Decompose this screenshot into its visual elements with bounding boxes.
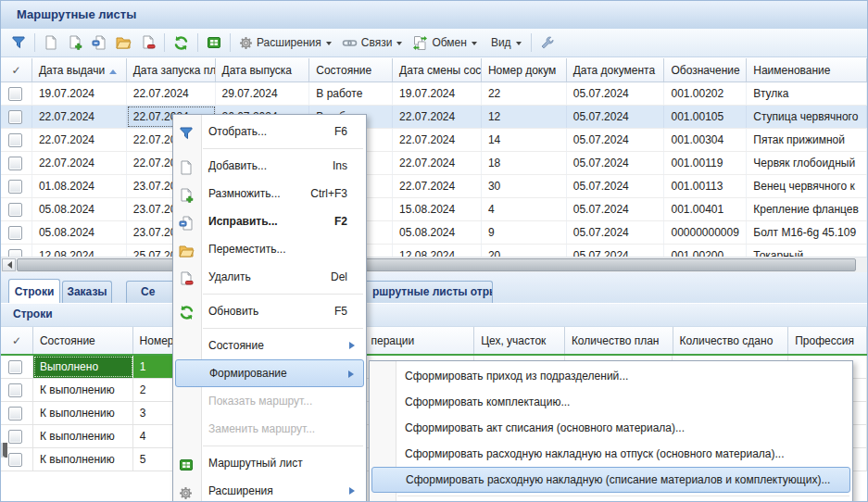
checkbox[interactable] xyxy=(8,180,22,194)
cell[interactable]: 001.00202 xyxy=(664,82,747,105)
submenu-item[interactable]: Сформировать комплектацию... xyxy=(370,389,852,415)
toolbar-button[interactable] xyxy=(112,31,135,54)
context-menu-item[interactable]: ОбновитьF5 xyxy=(173,297,366,325)
cell[interactable]: 15.08.2024 xyxy=(393,198,482,220)
cell[interactable]: Токарный xyxy=(747,245,867,257)
cell[interactable]: 22.07.2024 xyxy=(393,175,482,197)
status-cell[interactable]: К выполнению xyxy=(33,425,133,447)
column-header[interactable]: Дата документа xyxy=(567,58,665,82)
cell[interactable]: 22.07.2024 xyxy=(32,129,127,151)
toolbar-button[interactable] xyxy=(203,31,225,54)
cell[interactable]: 05.07.2024 xyxy=(567,245,665,257)
h-scrollbar[interactable] xyxy=(1,257,867,272)
cell[interactable]: 001.00200 xyxy=(664,245,747,257)
table-row[interactable]: 05.08.202423.07.202415.08.2024405.07.202… xyxy=(1,198,867,221)
cell[interactable]: Втулка xyxy=(747,82,867,105)
checkbox[interactable] xyxy=(8,203,22,217)
cell[interactable]: Крепление фланцев xyxy=(747,198,867,220)
toolbar-button-обмен[interactable]: Обмен xyxy=(409,31,482,54)
checkbox[interactable] xyxy=(8,87,22,101)
cell[interactable]: 22.07.2024 xyxy=(127,82,216,105)
cell[interactable]: 19.07.2024 xyxy=(393,82,482,105)
cell[interactable]: Венец червячного к xyxy=(747,175,867,197)
column-header[interactable]: Номер докум xyxy=(482,58,567,82)
toolbar-button[interactable] xyxy=(7,31,30,54)
column-header[interactable]: Состояние xyxy=(309,58,393,82)
column-header[interactable]: Дата выпуска xyxy=(216,58,310,82)
cell[interactable]: Червяк глобоидный xyxy=(747,152,867,174)
scroll-nub-icon[interactable] xyxy=(1,443,7,458)
cell[interactable]: 12.08.2024 xyxy=(32,245,127,257)
context-menu-item[interactable]: Маршрутный лист xyxy=(173,449,366,477)
submenu-item[interactable]: Сформировать акт списания (основного мат… xyxy=(370,415,852,441)
context-menu-item[interactable]: Исправить...F2 xyxy=(173,207,366,235)
column-header[interactable]: ✓ xyxy=(1,327,33,354)
column-header[interactable]: Дата запуска пл xyxy=(127,58,216,82)
cell[interactable]: 12.08.2024 xyxy=(393,245,482,257)
toolbar-button[interactable] xyxy=(536,31,559,54)
checkbox[interactable] xyxy=(8,157,22,170)
column-header[interactable]: Наименование xyxy=(747,58,867,82)
cell[interactable]: 22.07.2024 xyxy=(32,152,127,174)
scroll-left-icon[interactable] xyxy=(2,258,16,271)
cell[interactable]: 05.07.2024 xyxy=(567,106,665,128)
cell[interactable]: 05.07.2024 xyxy=(567,82,665,105)
context-menu-item[interactable]: Отобрать...F6 xyxy=(173,118,366,145)
toolbar-button[interactable] xyxy=(64,31,86,54)
cell[interactable]: 4 xyxy=(482,198,567,220)
cell[interactable]: В работе xyxy=(309,82,393,105)
toolbar-button[interactable] xyxy=(137,31,159,54)
cell[interactable]: 9 xyxy=(482,221,567,244)
cell[interactable]: 22.07.2024 xyxy=(393,106,482,128)
cell[interactable]: 001.00401 xyxy=(664,198,747,220)
tab-0[interactable]: Строки xyxy=(8,279,60,303)
toolbar-button[interactable] xyxy=(88,31,110,54)
table-row[interactable]: 22.07.202422.07.202422.07.20241805.07.20… xyxy=(1,152,867,175)
column-header[interactable]: Дата выдачи xyxy=(32,58,127,82)
cell[interactable]: 05.08.2024 xyxy=(393,221,482,244)
cell[interactable]: Ступица червячного xyxy=(747,106,867,128)
column-header[interactable]: Обозначение xyxy=(664,58,747,82)
checkbox[interactable] xyxy=(8,407,22,420)
cell[interactable]: Болт М16-6g 45.109 xyxy=(747,221,867,244)
cell[interactable]: 18 xyxy=(482,152,567,174)
checkbox[interactable] xyxy=(8,383,22,397)
table-row[interactable]: 01.08.202423.07.202422.07.20243005.07.20… xyxy=(1,175,867,198)
status-cell[interactable]: К выполнению xyxy=(33,448,133,471)
cell[interactable]: 12 xyxy=(482,106,567,128)
context-menu-item[interactable]: Переместить... xyxy=(173,235,366,263)
table-row[interactable]: 22.07.202422.07.202426.07.2024В работе22… xyxy=(1,106,867,129)
cell[interactable]: 05.07.2024 xyxy=(567,198,665,220)
toolbar-button[interactable] xyxy=(40,31,62,54)
cell[interactable]: 001.00113 xyxy=(664,175,747,197)
status-cell[interactable]: К выполнению xyxy=(33,402,133,424)
column-header[interactable]: ✓ xyxy=(1,58,32,82)
column-header[interactable]: Количество план xyxy=(565,327,673,354)
checkbox[interactable] xyxy=(8,133,22,147)
context-menu-item[interactable]: УдалитьDel xyxy=(173,263,366,291)
toolbar-button[interactable] xyxy=(170,31,193,54)
tab-1[interactable]: Заказы xyxy=(62,281,112,303)
table-row[interactable]: 19.07.202422.07.202429.07.2024В работе19… xyxy=(1,82,867,106)
toolbar-button-связи[interactable]: Связи xyxy=(338,31,408,54)
cell[interactable]: 19.07.2024 xyxy=(32,82,127,105)
submenu-item[interactable]: Сформировать расходную накладную на отпу… xyxy=(370,441,852,467)
cell[interactable]: Пятак прижимной xyxy=(747,129,867,151)
cell[interactable]: 001.00119 xyxy=(664,152,747,174)
cell[interactable]: 05.07.2024 xyxy=(567,129,665,151)
column-header[interactable]: Цех, участок xyxy=(474,327,565,354)
cell[interactable]: 22 xyxy=(482,82,567,105)
context-menu-item[interactable]: Состояние xyxy=(173,332,366,359)
table-row[interactable]: 22.07.202422.07.202422.07.20241405.07.20… xyxy=(1,129,867,152)
scroll-thumb[interactable] xyxy=(17,258,856,271)
context-menu-item[interactable]: Размножить...Ctrl+F3 xyxy=(173,180,366,207)
context-menu-item[interactable]: Формирование xyxy=(175,359,364,387)
toolbar-button-вид[interactable]: Вид xyxy=(484,31,526,54)
cell[interactable]: 001.00304 xyxy=(664,129,747,151)
column-header[interactable]: Состояние xyxy=(33,327,133,354)
table-row[interactable]: 05.08.202423.07.202405.08.2024905.07.202… xyxy=(1,221,867,245)
context-menu-item[interactable]: Добавить...Ins xyxy=(173,152,366,180)
submenu-item[interactable]: Сформировать приход из подразделений... xyxy=(370,363,852,389)
submenu-item[interactable]: Сформировать расходную накладную (списан… xyxy=(371,467,850,493)
checkbox[interactable] xyxy=(8,249,22,257)
